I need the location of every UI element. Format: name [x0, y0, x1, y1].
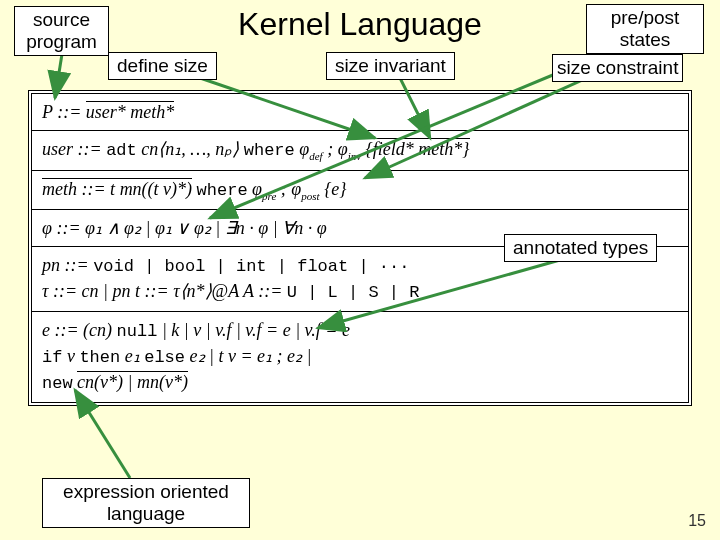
annot-size-constraint: size constraint	[552, 54, 683, 82]
annot-source-program: sourceprogram	[14, 6, 109, 56]
annot-annotated-types: annotated types	[504, 234, 657, 262]
slide-title: Kernel Language	[238, 6, 482, 43]
annot-expression-oriented: expression orientedlanguage	[42, 478, 250, 528]
grammar-row-expr: e ::= (cn) null | k | v | v.f | v.f = e …	[32, 312, 688, 402]
annot-prepost-states: pre/poststates	[586, 4, 704, 54]
annot-define-size: define size	[108, 52, 217, 80]
annot-size-invariant: size invariant	[326, 52, 455, 80]
grammar-row-user: user ::= adt cn⟨n₁, …, nₚ⟩ where φdef ; …	[32, 131, 688, 170]
grammar-row-program: P ::= user* meth*	[32, 94, 688, 131]
slide-number: 15	[688, 512, 706, 530]
grammar-row-meth: meth ::= t mn((t v)*) where φpre ; φpost…	[32, 171, 688, 210]
